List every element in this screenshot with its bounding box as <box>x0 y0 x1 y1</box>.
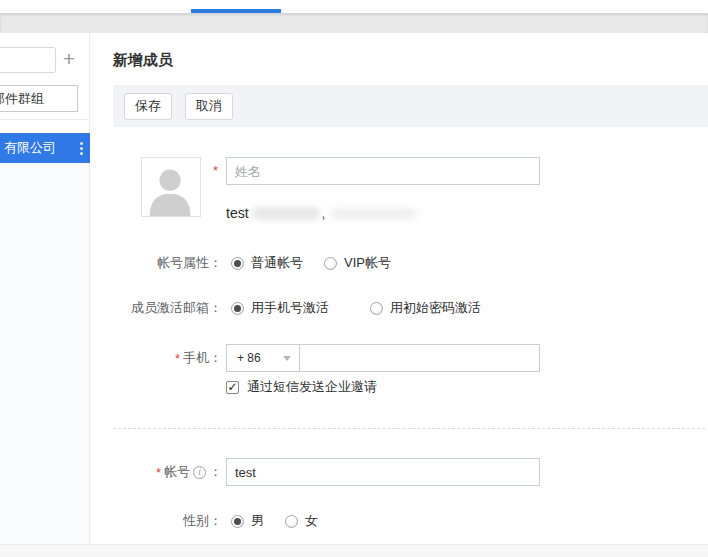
account-row: * 帐号 i ： <box>113 458 222 486</box>
radio-female[interactable] <box>285 515 298 528</box>
add-department-button[interactable]: + <box>58 45 80 73</box>
mobile-label: 手机： <box>183 349 222 367</box>
mobile-number-input[interactable] <box>299 344 540 372</box>
more-options-icon[interactable] <box>78 140 85 157</box>
radio-male-label[interactable]: 男 <box>251 512 264 530</box>
org-tree-background <box>0 163 89 544</box>
account-label: 帐号 <box>164 463 190 481</box>
name-input[interactable] <box>226 157 540 185</box>
radio-vip-account-label[interactable]: VIP帐号 <box>344 254 391 272</box>
radio-normal-account[interactable] <box>231 257 244 270</box>
sidebar-item-company[interactable]: 有限公司 <box>0 133 90 163</box>
chevron-down-icon <box>283 356 291 361</box>
activation-mailbox-label: 成员激活邮箱： <box>131 299 222 317</box>
avatar[interactable] <box>141 157 201 217</box>
mobile-required-mark: * <box>175 351 180 366</box>
add-member-page: + 邮件群组 有限公司 新增成员 保存 取消 * test , 帐号属性： <box>0 0 708 557</box>
redacted-text <box>252 207 320 220</box>
gender-row: 性别： 男 女 <box>113 513 318 529</box>
account-preview-separator: , <box>322 205 326 221</box>
name-required-mark: * <box>213 163 218 178</box>
account-type-label: 帐号属性： <box>157 254 222 272</box>
redacted-text <box>331 208 417 219</box>
gender-label: 性别： <box>183 512 222 530</box>
sms-invite-checkbox[interactable]: ✓ <box>226 381 239 394</box>
sms-invite-label[interactable]: 通过短信发送企业邀请 <box>247 378 377 396</box>
radio-normal-account-label[interactable]: 普通帐号 <box>251 254 303 272</box>
mail-group-filter[interactable]: 邮件群组 <box>0 85 78 112</box>
account-input[interactable] <box>226 458 540 486</box>
radio-activate-by-phone[interactable] <box>231 302 244 315</box>
account-preview: test , <box>226 204 417 222</box>
radio-female-label[interactable]: 女 <box>305 512 318 530</box>
radio-activate-by-password[interactable] <box>370 302 383 315</box>
page-title: 新增成员 <box>113 51 173 70</box>
radio-male[interactable] <box>231 515 244 528</box>
radio-activate-by-phone-label[interactable]: 用手机号激活 <box>251 299 329 317</box>
top-toolbar-band <box>0 13 708 33</box>
save-button[interactable]: 保存 <box>124 93 172 120</box>
mobile-row: * 手机： <box>113 344 222 372</box>
radio-vip-account[interactable] <box>324 257 337 270</box>
account-preview-text: test <box>226 205 249 221</box>
sidebar-search-input[interactable] <box>0 47 56 73</box>
mail-group-filter-label: 邮件群组 <box>0 90 44 108</box>
activation-mailbox-row: 成员激活邮箱： 用手机号激活 用初始密码激活 <box>113 300 481 316</box>
country-code-select[interactable]: + 86 <box>226 344 300 372</box>
account-label-colon: ： <box>209 463 222 481</box>
section-divider <box>113 428 705 429</box>
bottom-section-band <box>0 544 708 557</box>
account-required-mark: * <box>156 465 161 480</box>
form-toolbar: 保存 取消 <box>113 85 708 127</box>
info-icon[interactable]: i <box>193 466 206 479</box>
sms-invite-row: ✓ 通过短信发送企业邀请 <box>226 379 377 395</box>
org-sidebar: + 邮件群组 有限公司 <box>0 33 90 544</box>
cancel-button[interactable]: 取消 <box>185 93 233 120</box>
radio-activate-by-password-label[interactable]: 用初始密码激活 <box>390 299 481 317</box>
account-type-row: 帐号属性： 普通帐号 VIP帐号 <box>113 255 391 271</box>
person-silhouette-icon <box>142 158 200 216</box>
company-name-label: 有限公司 <box>4 139 78 157</box>
country-code-value: + 86 <box>237 351 283 365</box>
sidebar-divider <box>0 119 90 120</box>
